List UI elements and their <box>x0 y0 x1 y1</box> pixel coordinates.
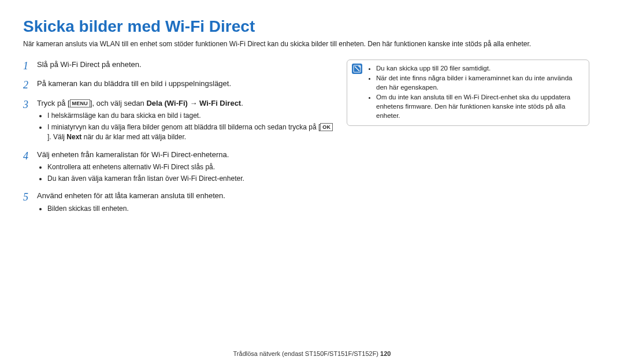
step-main-text: Välj enheten från kameralistan för Wi-Fi… <box>37 150 229 159</box>
step-text: Tryck på [MENU], och välj sedan Dela (Wi… <box>37 98 335 144</box>
page-number: 120 <box>380 350 391 357</box>
intro-text: När kameran ansluts via WLAN till en enh… <box>23 39 601 49</box>
text-fragment: Tryck på [ <box>37 99 70 107</box>
step-number: 4 <box>23 150 37 185</box>
page-footer: Trådlösa nätverk (endast ST150F/ST151F/S… <box>0 350 624 357</box>
bold-text: Dela (Wi-Fi) <box>146 99 187 107</box>
info-item: Om du inte kan ansluta till en Wi-Fi Dir… <box>376 92 583 120</box>
footer-text: Trådlösa nätverk (endast ST150F/ST151F/S… <box>233 350 381 357</box>
text-fragment: → <box>188 99 199 107</box>
bullet-item: Kontrollera att enhetens alternativ Wi-F… <box>47 162 335 172</box>
step-4: 4 Välj enheten från kameralistan för Wi-… <box>23 150 335 185</box>
bullet-item: Du kan även välja kameran från listan öv… <box>47 174 335 184</box>
info-icon-column <box>352 64 367 121</box>
info-item: När det inte finns några bilder i kamera… <box>376 73 583 92</box>
right-column: Du kan skicka upp till 20 filer samtidig… <box>347 60 589 221</box>
bullet-item: Bilden skickas till enheten. <box>47 204 335 214</box>
step-text: Välj enheten från kameralistan för Wi-Fi… <box>37 150 335 185</box>
content-columns: 1 Slå på Wi-Fi Direct på enheten. 2 På k… <box>23 60 601 221</box>
step-text: På kameran kan du bläddra till en bild i… <box>37 79 335 92</box>
bold-text: Next <box>66 133 81 141</box>
text-fragment: . <box>241 99 243 107</box>
sub-bullets: I helskärmsläge kan du bara skicka en bi… <box>37 111 335 142</box>
text-fragment: I miniatyrvyn kan du välja flera bilder … <box>47 123 320 131</box>
step-number: 5 <box>23 191 37 215</box>
bold-text: Wi-Fi Direct <box>199 99 241 107</box>
bullet-item: I helskärmsläge kan du bara skicka en bi… <box>47 111 335 121</box>
step-number: 2 <box>23 79 37 92</box>
step-text: Slå på Wi-Fi Direct på enheten. <box>37 60 335 73</box>
step-1: 1 Slå på Wi-Fi Direct på enheten. <box>23 60 335 73</box>
step-main-text: Använd enheten för att låta kameran ansl… <box>37 191 225 200</box>
text-fragment: när du är klar med att välja bilder. <box>81 133 186 141</box>
step-number: 1 <box>23 60 37 73</box>
ok-key-icon: OK <box>320 123 333 131</box>
info-item: Du kan skicka upp till 20 filer samtidig… <box>376 64 583 73</box>
sub-bullets: Kontrollera att enhetens alternativ Wi-F… <box>37 162 335 184</box>
step-5: 5 Använd enheten för att låta kameran an… <box>23 191 335 215</box>
step-2: 2 På kameran kan du bläddra till en bild… <box>23 79 335 92</box>
text-fragment: ], och välj sedan <box>90 99 147 107</box>
page-title: Skicka bilder med Wi-Fi Direct <box>23 17 601 36</box>
info-box: Du kan skicka upp till 20 filer samtidig… <box>347 60 589 127</box>
text-fragment: ]. Välj <box>47 133 66 141</box>
menu-key-icon: MENU <box>70 99 90 107</box>
page: Skicka bilder med Wi-Fi Direct När kamer… <box>0 0 624 364</box>
sub-bullets: Bilden skickas till enheten. <box>37 204 335 214</box>
bullet-item: I miniatyrvyn kan du välja flera bilder … <box>47 122 335 143</box>
note-icon <box>352 64 362 74</box>
step-3: 3 Tryck på [MENU], och välj sedan Dela (… <box>23 98 335 144</box>
left-column: 1 Slå på Wi-Fi Direct på enheten. 2 På k… <box>23 60 347 221</box>
info-list: Du kan skicka upp till 20 filer samtidig… <box>367 64 583 121</box>
svg-line-1 <box>355 66 359 71</box>
step-number: 3 <box>23 98 37 144</box>
step-text: Använd enheten för att låta kameran ansl… <box>37 191 335 215</box>
